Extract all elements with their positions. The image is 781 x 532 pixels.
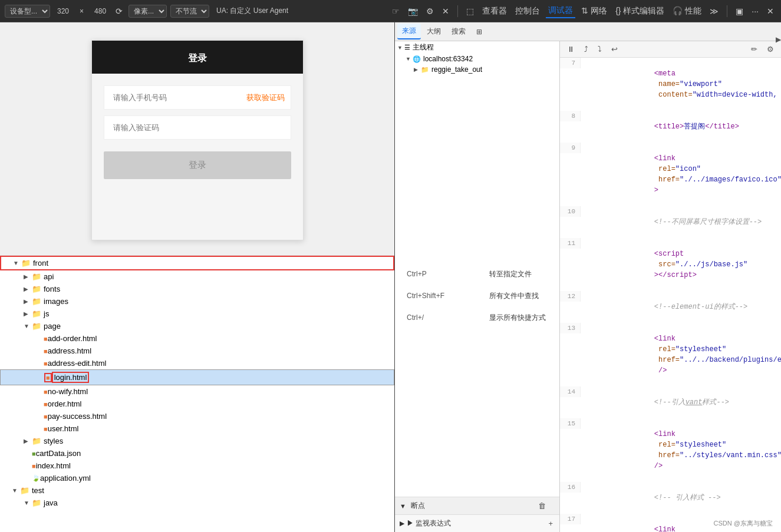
network-btn[interactable]: ⇅ 网络 [579,5,609,18]
folder-api[interactable]: ▶ 📁 api [0,270,394,283]
index-label: index.html [36,461,71,470]
get-code-button[interactable]: 获取验证码 [240,92,291,103]
file-index[interactable]: ■ index.html [0,460,394,472]
lc-14: <!--引入vant样式--> [590,386,781,418]
front-arrow: ▼ [13,260,21,266]
comment-2: <!--element-ui的样式--> [654,303,747,311]
folder-js[interactable]: ▶ 📁 js [0,308,394,320]
code-input[interactable] [104,116,291,139]
file-login[interactable]: ■ login.html [0,369,394,385]
tab-search[interactable]: 搜索 [447,24,470,39]
lc-15: <link rel="stylesheet" href="../styles/v… [590,418,781,482]
val-ss-2: "stylesheet" [675,345,726,353]
throttle-selector[interactable]: 不节流 [170,5,209,18]
attr-href-2: href= [654,356,680,364]
sources-mainthread[interactable]: ▼ ☰ 主线程 [395,41,559,54]
more-btn[interactable]: ≫ [707,5,721,17]
monitor-expression-row[interactable]: ▶ ▶ 监视表达式 + [395,515,559,532]
add-order-icon: ■ [44,335,48,342]
tab-grid[interactable]: ⊞ [472,25,487,38]
ln-9: 9 [560,143,581,153]
vant-link: vant [686,398,703,407]
shortcut-row-2: Ctrl+Shift+F 所有文件中查找 [407,291,548,301]
add-monitor-btn[interactable]: + [546,518,555,528]
folder-front[interactable]: ▼ 📁 front [0,256,394,270]
code-line-11: 11 <script src="./../js/base.js" ></scri… [560,238,781,291]
ellipsis-btn[interactable]: ··· [749,5,761,17]
file-no-wify[interactable]: ■ no-wify.html [0,385,394,398]
order-icon: ■ [44,401,48,408]
rotate-icon[interactable]: ⟳ [113,5,125,17]
attr-href-3: href= [654,451,680,460]
scroll-right-icon[interactable]: ▶ [776,41,781,44]
panel-icon[interactable]: ▣ [733,5,746,17]
file-add-order[interactable]: ■ add-order.html [0,332,394,345]
settings-code-btn[interactable]: ⚙ [764,44,776,55]
close-devtools[interactable]: ✕ [764,5,776,17]
ln-14: 14 [560,386,581,397]
phone-input[interactable] [104,86,240,109]
inspect-icon[interactable]: ⬚ [464,5,476,17]
perf-btn[interactable]: 🎧 性能 [670,5,704,18]
val-favico: "./../images/favico.ico" [680,176,781,184]
folder-fonts[interactable]: ▶ 📁 fonts [0,283,394,295]
file-user[interactable]: ■ user.html [0,422,394,435]
code-area[interactable]: 7 <meta name="viewport" content="width=d… [560,58,781,532]
close-icon[interactable]: ✕ [440,5,452,17]
console-btn[interactable]: 控制台 [513,5,542,18]
device-selector[interactable]: 设备型... [5,5,50,18]
settings-icon[interactable]: ⚙ [424,5,436,17]
camera-icon[interactable]: 📷 [406,5,420,17]
lc-11: <script src="./../js/base.js" ></script> [590,238,781,291]
folder-images[interactable]: ▶ 📁 images [0,295,394,308]
lc-9: <link rel="icon" href="./../images/favic… [590,143,781,206]
api-label: api [44,272,54,281]
chevron-down-icon: ▼ [400,503,406,510]
folder-java[interactable]: ▼ 📁 java [0,497,394,509]
style-btn[interactable]: {} 样式编辑器 [613,5,667,18]
shortcut-key-2: Ctrl+Shift+F [407,292,489,300]
val-elementui: "../../backend/plugins/element-ui/index.… [680,356,781,364]
file-application[interactable]: 🍃 application.yml [0,472,394,484]
step-into-btn[interactable]: ⤵ [595,44,604,55]
mobile-login-button[interactable]: 登录 [104,151,291,179]
tag-link-close-1: > [654,186,658,194]
viewer-btn[interactable]: 查看器 [480,5,509,18]
js-label: js [44,309,49,318]
js-arrow: ▶ [24,310,32,317]
step-out-btn[interactable]: ↩ [609,44,620,55]
debugger-btn[interactable]: 调试器 [546,4,575,18]
file-cartdata[interactable]: ■ cartData.json [0,447,394,460]
touch-icon[interactable]: ☞ [390,5,402,17]
cartdata-label: cartData.json [36,449,81,458]
viewport-selector[interactable]: 像素... [128,5,167,18]
sources-reggie[interactable]: ▶ 📁 reggie_take_out [395,64,559,75]
file-pay-success[interactable]: ■ pay-success.html [0,410,394,422]
folder-styles[interactable]: ▶ 📁 styles [0,435,394,447]
pause-btn[interactable]: ⏸ [565,44,577,55]
reggie-label: reggie_take_out [431,65,482,74]
test-arrow: ▼ [12,487,20,494]
user-label: user.html [48,424,79,433]
sources-localhost[interactable]: ▼ 🌐 localhost:63342 [395,54,559,64]
localhost-arrow: ▼ [406,56,413,62]
localhost-label: localhost:63342 [423,55,473,63]
tab-sources[interactable]: 来源 [397,24,421,39]
folder-test[interactable]: ▼ 📁 test [0,484,394,497]
file-address[interactable]: ■ address.html [0,345,394,357]
shortcut-desc-1: 转至指定文件 [489,269,532,279]
folder-page[interactable]: ▼ 📁 page [0,320,394,332]
login-icon: ■ [44,373,52,382]
lc-7: <meta name="viewport" content="width=dev… [590,58,781,111]
tag-script-close: ></script> [654,271,697,279]
sep-1 [457,5,458,17]
edit-btn[interactable]: ✏ [749,44,760,55]
lc-13: <link rel="stylesheet" href="../../backe… [590,323,781,386]
shortcut-key-3: Ctrl+/ [407,313,489,322]
file-address-edit[interactable]: ■ address-edit.html [0,357,394,369]
file-order[interactable]: ■ order.html [0,398,394,410]
delete-breakpoints-btn[interactable]: 🗑 [536,501,548,511]
step-over-btn[interactable]: ⤴ [582,44,591,55]
tab-outline[interactable]: 大纲 [422,24,446,39]
attr-src: src= [654,260,675,269]
